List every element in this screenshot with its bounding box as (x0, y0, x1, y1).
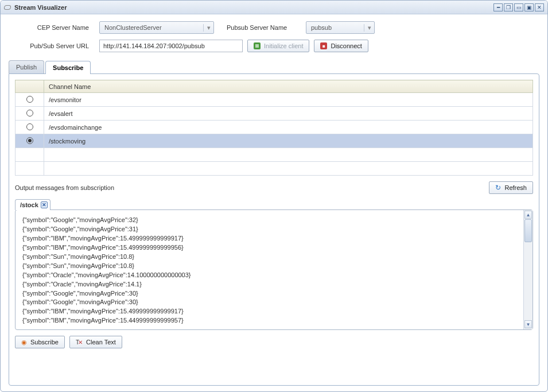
initialize-client-button: Initialize client (247, 40, 309, 52)
window-frame: Stream Visualizer ━ ❐ ▭ ▣ ✕ CEP Server N… (0, 0, 548, 392)
output-tab-label: /stock (20, 201, 38, 208)
channel-name-cell: /evsalert (44, 107, 533, 121)
disconnect-button[interactable]: ■ Disconnect (314, 40, 368, 52)
subscribe-label: Subscribe (30, 339, 59, 346)
refresh-button[interactable]: Refresh (489, 181, 533, 194)
table-row-empty (15, 162, 533, 176)
scrollbar[interactable]: ▲ ▼ (523, 210, 533, 329)
channel-name-cell: /stockmoving (44, 134, 533, 148)
pubsub-name-dropdown[interactable]: pubsub ▾ (306, 21, 375, 34)
output-messages-text[interactable]: {"symbol":"Google","movingAvgPrice":32} … (15, 210, 523, 329)
output-label: Output messages from subscription (15, 184, 114, 191)
app-icon (3, 5, 11, 10)
svg-rect-0 (255, 44, 259, 48)
main-tabs: Publish Subscribe (9, 60, 539, 73)
cep-server-value: NonClusteredServer (104, 24, 162, 31)
clean-text-icon (76, 339, 83, 346)
window-title: Stream Visualizer (14, 4, 67, 11)
output-messages-box: {"symbol":"Google","movingAvgPrice":32} … (15, 209, 533, 330)
radio-cell[interactable] (15, 134, 44, 148)
channel-name-cell: /evsdomainchange (44, 121, 533, 134)
pubsub-url-input[interactable]: http://141.144.184.207:9002/pubsub (99, 40, 243, 52)
table-row[interactable]: /evsmonitor (15, 93, 533, 107)
col-select (15, 80, 44, 93)
subscribe-icon (21, 339, 27, 346)
clean-text-label: Clean Text (86, 339, 116, 346)
cep-server-dropdown[interactable]: NonClusteredServer ▾ (99, 21, 214, 34)
disconnect-label: Disconnect (331, 42, 362, 49)
channel-name-cell: /evsmonitor (44, 93, 533, 107)
subscribe-button[interactable]: Subscribe (15, 336, 65, 348)
table-row-empty (15, 148, 533, 162)
radio-icon[interactable] (26, 137, 33, 144)
minimize-icon[interactable]: ━ (493, 3, 503, 11)
clean-text-button[interactable]: Clean Text (69, 336, 122, 348)
chevron-down-icon: ▾ (364, 24, 372, 32)
pubsub-url-value: http://141.144.184.207:9002/pubsub (103, 42, 205, 49)
subscribe-panel: Channel Name /evsmonitor/evsalert/evsdom… (9, 73, 539, 386)
stop-icon: ■ (320, 42, 327, 49)
titlebar: Stream Visualizer ━ ❐ ▭ ▣ ✕ (1, 1, 547, 14)
scroll-thumb[interactable] (524, 219, 532, 242)
radio-icon[interactable] (26, 96, 33, 103)
radio-cell[interactable] (15, 93, 44, 107)
table-row[interactable]: /evsalert (15, 107, 533, 121)
chevron-down-icon: ▾ (203, 24, 211, 32)
pubsub-name-value: pubsub (311, 24, 332, 31)
table-row[interactable]: /evsdomainchange (15, 121, 533, 134)
scroll-down-icon[interactable]: ▼ (524, 320, 532, 328)
restore-icon[interactable]: ❐ (504, 3, 513, 11)
col-channel-name: Channel Name (44, 80, 533, 93)
window-controls: ━ ❐ ▭ ▣ ✕ (493, 3, 544, 11)
collapse-icon[interactable]: ▭ (514, 3, 523, 11)
refresh-label: Refresh (504, 184, 527, 191)
table-row[interactable]: /stockmoving (15, 134, 533, 148)
close-tab-icon[interactable]: ✕ (41, 201, 48, 208)
refresh-icon (495, 184, 501, 192)
content-area: CEP Server Name NonClusteredServer ▾ Pub… (1, 14, 547, 391)
cep-label: CEP Server Name (9, 24, 89, 31)
radio-cell[interactable] (15, 107, 44, 121)
client-icon (254, 42, 261, 49)
initialize-client-label: Initialize client (264, 42, 303, 49)
maximize-icon[interactable]: ▣ (524, 3, 534, 11)
radio-icon[interactable] (26, 123, 33, 130)
radio-cell[interactable] (15, 121, 44, 134)
close-icon[interactable]: ✕ (535, 3, 544, 11)
output-tab-stock[interactable]: /stock ✕ (15, 199, 50, 210)
url-label: Pub/Sub Server URL (9, 42, 89, 49)
radio-icon[interactable] (26, 110, 33, 117)
pubsub-name-label: Pubsub Server Name (227, 24, 301, 31)
tab-subscribe[interactable]: Subscribe (45, 61, 91, 74)
scroll-up-icon[interactable]: ▲ (524, 211, 532, 219)
tab-publish[interactable]: Publish (9, 60, 44, 73)
channel-table: Channel Name /evsmonitor/evsalert/evsdom… (15, 80, 533, 176)
